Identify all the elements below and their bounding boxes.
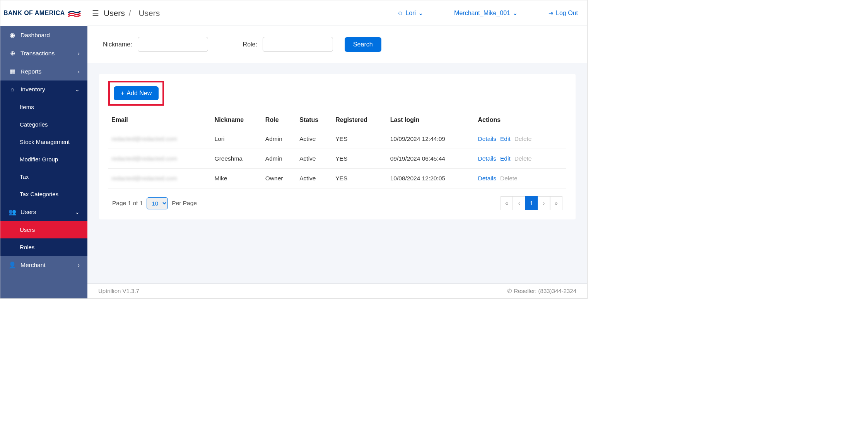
cell-role: Owner (262, 169, 296, 188)
app-root: BANK OF AMERICA ◉ Dashboard ⊕ Transactio… (0, 0, 588, 299)
sidebar: BANK OF AMERICA ◉ Dashboard ⊕ Transactio… (0, 0, 87, 298)
breadcrumb-1: Users (104, 9, 125, 17)
nickname-label: Nickname: (103, 41, 132, 48)
sidebar-item-label: Transactions (21, 50, 55, 57)
subnav-item-modifier-group[interactable]: Modifier Group (0, 151, 87, 168)
phone-icon: ✆ (507, 288, 514, 294)
content-card: + Add New Email Nickname Role Status Reg… (99, 74, 576, 219)
col-status: Status (296, 111, 332, 129)
sidebar-item-merchant[interactable]: 👤 Merchant › (0, 256, 87, 274)
logout-icon: ⇥ (548, 10, 554, 17)
delete-link: Delete (514, 135, 532, 142)
subnav-item-stock[interactable]: Stock Management (0, 133, 87, 151)
search-button[interactable]: Search (345, 37, 381, 52)
sidebar-item-inventory[interactable]: ⌂ Inventory ⌄ (0, 80, 87, 98)
details-link[interactable]: Details (478, 175, 496, 182)
role-input[interactable] (263, 37, 333, 52)
role-label: Role: (243, 41, 257, 48)
cell-actions: DetailsDelete (475, 169, 566, 188)
logo-flag-icon (67, 7, 82, 19)
table-row: redacted@redacted.comLoriAdminActiveYES1… (108, 129, 566, 149)
add-new-button[interactable]: + Add New (114, 86, 159, 100)
details-link[interactable]: Details (478, 135, 496, 142)
sidebar-item-dashboard[interactable]: ◉ Dashboard (0, 26, 87, 44)
pager-first[interactable]: « (501, 196, 513, 210)
merchant-menu[interactable]: Merchant_Mike_001 ⌄ (454, 9, 518, 17)
chevron-down-icon: ⌄ (418, 9, 423, 17)
add-new-label: Add New (126, 90, 152, 97)
subnav-users: Users Roles (0, 221, 87, 256)
user-name: Lori (405, 10, 416, 17)
subnav-item-items[interactable]: Items (0, 98, 87, 116)
cell-nickname: Greeshma (212, 149, 262, 169)
pager-last[interactable]: » (550, 196, 562, 210)
breadcrumb-2: Users (138, 9, 160, 17)
footer: Uptrillion V1.3.7 ✆ Reseller: (833)344-2… (87, 283, 587, 298)
pager-next[interactable]: › (538, 196, 550, 210)
topbar-right: ☺ Lori ⌄ Merchant_Mike_001 ⌄ ⇥ Log Out (397, 9, 578, 17)
chevron-down-icon: ⌄ (75, 86, 80, 92)
user-menu[interactable]: ☺ Lori ⌄ (397, 9, 423, 17)
subnav-item-tax-categories[interactable]: Tax Categories (0, 185, 87, 203)
col-registered: Registered (332, 111, 387, 129)
subnav-item-categories[interactable]: Categories (0, 116, 87, 133)
users-icon: 👥 (8, 208, 17, 216)
reports-icon: ▦ (8, 68, 17, 75)
cell-email: redacted@redacted.com (108, 149, 212, 169)
perpage-label: Per Page (172, 200, 197, 207)
cell-registered: YES (332, 169, 387, 188)
sidebar-item-label: Dashboard (21, 32, 50, 39)
cell-role: Admin (262, 129, 296, 149)
cell-registered: YES (332, 129, 387, 149)
cell-nickname: Lori (212, 129, 262, 149)
table-row: redacted@redacted.comGreeshmaAdminActive… (108, 149, 566, 169)
chevron-down-icon: ⌄ (75, 209, 80, 215)
cell-last-login: 10/09/2024 12:44:09 (387, 129, 475, 149)
transactions-icon: ⊕ (8, 50, 17, 57)
sidebar-item-label: Merchant (21, 262, 46, 269)
breadcrumb-sep: / (129, 9, 131, 17)
cell-status: Active (296, 149, 332, 169)
main: ☰ Users / Users ☺ Lori ⌄ Merchant_Mike_0… (87, 0, 587, 298)
reseller-text: ✆ Reseller: (833)344-2324 (507, 288, 576, 295)
nickname-input[interactable] (138, 37, 208, 52)
pager-prev[interactable]: ‹ (513, 196, 525, 210)
logo-text: BANK OF AMERICA (3, 10, 65, 17)
col-nickname: Nickname (212, 111, 262, 129)
logout-label: Log Out (556, 10, 578, 17)
cell-registered: YES (332, 149, 387, 169)
cell-role: Admin (262, 149, 296, 169)
col-last-login: Last login (387, 111, 475, 129)
hamburger-icon[interactable]: ☰ (92, 9, 99, 18)
sidebar-item-reports[interactable]: ▦ Reports › (0, 62, 87, 80)
cell-last-login: 10/08/2024 12:20:05 (387, 169, 475, 188)
chevron-right-icon: › (78, 50, 80, 57)
subnav-item-roles[interactable]: Roles (0, 238, 87, 256)
edit-link[interactable]: Edit (500, 155, 511, 162)
logout-link[interactable]: ⇥ Log Out (548, 10, 578, 17)
logo: BANK OF AMERICA (0, 0, 87, 26)
breadcrumb: Users / Users (104, 9, 160, 18)
sidebar-item-users[interactable]: 👥 Users ⌄ (0, 203, 87, 221)
perpage-select[interactable]: 10 (147, 197, 168, 209)
merchant-icon: 👤 (8, 261, 17, 269)
sidebar-item-label: Inventory (21, 86, 45, 93)
cell-actions: DetailsEditDelete (475, 129, 566, 149)
topbar: ☰ Users / Users ☺ Lori ⌄ Merchant_Mike_0… (87, 0, 587, 26)
page-text: Page 1 of 1 (112, 200, 143, 207)
edit-link[interactable]: Edit (500, 135, 511, 142)
merchant-name: Merchant_Mike_001 (454, 10, 510, 17)
cell-status: Active (296, 129, 332, 149)
users-table: Email Nickname Role Status Registered La… (108, 111, 566, 188)
sidebar-item-transactions[interactable]: ⊕ Transactions › (0, 44, 87, 62)
dashboard-icon: ◉ (8, 31, 17, 39)
subnav-item-users[interactable]: Users (0, 221, 87, 238)
details-link[interactable]: Details (478, 155, 496, 162)
delete-link: Delete (500, 175, 518, 182)
addnew-highlight: + Add New (108, 81, 164, 106)
filters-bar: Nickname: Role: Search (87, 26, 587, 63)
pager-page-1[interactable]: 1 (525, 196, 538, 210)
table-row: redacted@redacted.comMikeOwnerActiveYES1… (108, 169, 566, 188)
col-email: Email (108, 111, 212, 129)
subnav-item-tax[interactable]: Tax (0, 168, 87, 185)
